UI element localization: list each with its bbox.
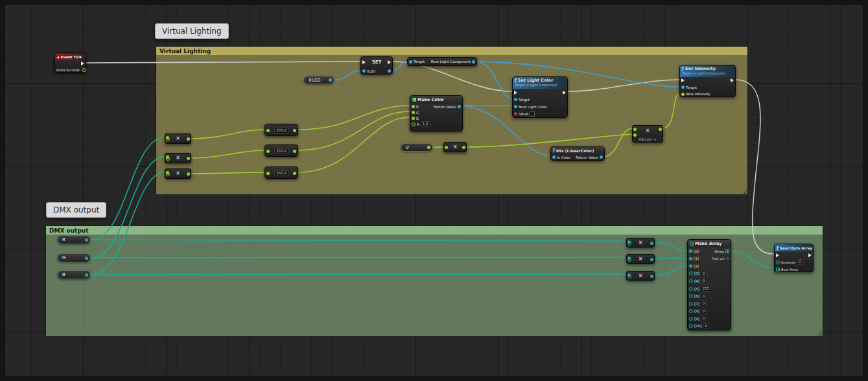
element-value-box[interactable]: 0 — [701, 308, 707, 314]
pin-target-in[interactable] — [514, 98, 517, 101]
exec-in-pin[interactable] — [776, 253, 779, 257]
node-set-intensity[interactable]: ƒ Set Intensity Target is Light Componen… — [679, 65, 736, 97]
node-event-tick[interactable]: ◆ Event Tick Delta Seconds — [54, 52, 86, 73]
pin-object-out[interactable] — [329, 78, 332, 82]
element-value-box[interactable]: 0 — [701, 294, 707, 299]
node-get-g[interactable]: G — [57, 253, 91, 262]
element-value-box[interactable]: 0 — [701, 301, 707, 306]
element-value-box[interactable]: 0 — [701, 278, 707, 284]
universe-value-box[interactable]: 0 — [797, 259, 803, 265]
pin-element-in[interactable] — [689, 271, 693, 275]
pin-byte-array-in[interactable] — [776, 268, 780, 271]
pin-element-in[interactable] — [689, 249, 692, 253]
in-color-label: In Color — [557, 156, 570, 159]
pin-float-out[interactable] — [293, 129, 296, 132]
pin-element-in[interactable] — [689, 317, 693, 321]
pin-in-color[interactable] — [552, 156, 556, 159]
pin-float-out[interactable] — [427, 146, 430, 149]
node-set-light-color[interactable]: ƒ Set Light Color Target is Light Compon… — [512, 76, 568, 118]
multiply-node[interactable]: × — [165, 168, 191, 179]
node-get-r[interactable]: R — [57, 235, 91, 244]
exec-out-pin[interactable] — [563, 91, 566, 95]
pin-float-in[interactable] — [266, 172, 270, 175]
pin-element-in[interactable] — [689, 279, 693, 283]
element-value-box[interactable]: 0 — [701, 271, 707, 277]
element-label: [10] — [694, 324, 701, 328]
divide-255-node[interactable]: 255.0 — [264, 124, 298, 136]
pin-r-in[interactable] — [412, 105, 415, 108]
blueprint-canvas[interactable]: Virtual Lighting DMX output — [0, 0, 868, 381]
node-subtitle: Target is Light Component — [515, 83, 565, 87]
pin-element-in[interactable] — [689, 257, 692, 260]
value-box[interactable]: 255.0 — [274, 128, 288, 133]
wire-exec-setintensity-sendbytearray — [735, 80, 774, 254]
pin-return-out[interactable] — [458, 105, 461, 108]
pin-new-light-color-in[interactable] — [514, 105, 517, 108]
pin-byte-out[interactable] — [85, 257, 88, 260]
pin-element-in[interactable] — [689, 324, 693, 328]
node-send-byte-array[interactable]: ƒ Send Byte Array Universe 0 Byte Array — [774, 244, 814, 272]
pin-byte-out[interactable] — [85, 238, 88, 242]
add-pin-button[interactable]: Add pin + — [633, 137, 663, 141]
exec-out-pin[interactable] — [808, 253, 812, 257]
divide-255-node[interactable]: 255.0 — [264, 167, 298, 179]
pin-object-in[interactable] — [362, 69, 366, 73]
exec-out-pin[interactable] — [81, 62, 84, 65]
pin-target-in[interactable] — [681, 86, 685, 89]
exec-in-pin[interactable] — [514, 91, 517, 95]
element-value-box[interactable]: 0 — [701, 316, 707, 321]
pin-srgb-in[interactable] — [514, 112, 517, 115]
delta-seconds-pin[interactable] — [82, 68, 86, 72]
exec-in-pin[interactable] — [362, 60, 366, 64]
pin-float-in[interactable] — [266, 150, 270, 153]
pin-float-out[interactable] — [293, 172, 296, 175]
pin-element-in[interactable] — [689, 309, 693, 313]
wire-mix-mult — [604, 128, 632, 157]
pin-object-out[interactable] — [388, 69, 391, 73]
multiply-node[interactable]: × — [626, 254, 655, 264]
add-pin-button[interactable]: Add pin + — [712, 257, 729, 260]
multiply-node[interactable]: × — [626, 238, 655, 248]
pin-new-intensity-in[interactable] — [681, 93, 685, 96]
multiply-node[interactable]: × — [443, 142, 467, 152]
pin-array-out[interactable] — [725, 249, 729, 253]
pin-byte-out[interactable] — [85, 273, 88, 277]
multiply-node[interactable]: × Add pin + — [632, 125, 663, 143]
divide-255-node[interactable]: 255.0 — [264, 144, 298, 157]
exec-in-pin[interactable] — [681, 78, 685, 82]
pin-target-in[interactable] — [409, 60, 412, 64]
pin-float-out[interactable] — [293, 150, 296, 153]
exec-out-pin[interactable] — [388, 60, 391, 64]
node-rect-light-component[interactable]: Target Rect Light Component — [407, 57, 477, 66]
value-box[interactable]: 255.0 — [274, 170, 288, 176]
pin-g-in[interactable] — [412, 111, 415, 114]
exec-out-pin[interactable] — [731, 78, 734, 82]
pin-b-in[interactable] — [412, 117, 415, 120]
pin-element-in[interactable] — [689, 294, 693, 298]
pin-float-in[interactable] — [266, 129, 270, 132]
node-get-xled[interactable]: XLED — [303, 76, 334, 84]
pin-float-in[interactable] — [633, 133, 637, 137]
pin-element-in[interactable] — [689, 264, 692, 268]
value-box[interactable]: 255.0 — [274, 148, 288, 154]
pin-a-in[interactable] — [412, 122, 416, 126]
pin-object-out[interactable] — [472, 60, 475, 64]
multiply-node[interactable]: × — [165, 153, 191, 163]
pin-element-in[interactable] — [689, 287, 693, 291]
node-make-array[interactable]: Make Array [0] Array [1] Add pin + [2] — [687, 239, 731, 330]
multiply-node[interactable]: × — [165, 133, 191, 144]
pin-return-out[interactable] — [600, 156, 603, 159]
node-get-b[interactable]: B — [57, 270, 91, 279]
node-get-v[interactable]: V — [401, 143, 433, 152]
node-set-xled[interactable]: SET XLED — [360, 56, 393, 75]
pin-element-in[interactable] — [689, 302, 693, 306]
wire-mult3-div3 — [191, 172, 264, 174]
a-value-box[interactable]: 1.0 — [421, 121, 430, 127]
node-make-color[interactable]: Make Color R Return Value G B A 1.0 — [410, 95, 463, 132]
srgb-checkbox[interactable] — [530, 111, 535, 117]
node-mix-linearcolor[interactable]: ƒ Mix (LinearColor) In Color Return Valu… — [550, 146, 605, 161]
element-value-box[interactable]: 0 — [703, 323, 709, 329]
element-value-box[interactable]: 255 — [701, 286, 712, 292]
multiply-node[interactable]: × — [626, 271, 655, 281]
pin-universe-in[interactable] — [776, 260, 780, 264]
